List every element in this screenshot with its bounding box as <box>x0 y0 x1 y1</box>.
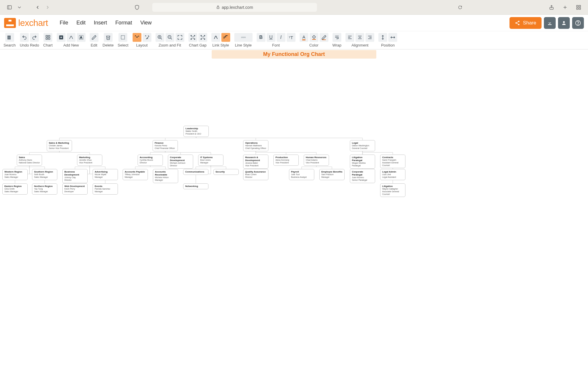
align-center-tool[interactable] <box>355 33 364 42</box>
org-node[interactable]: FinanceKendra PerezChief Financial Offic… <box>153 140 178 151</box>
align-left-tool[interactable] <box>345 33 354 42</box>
fit-tool[interactable] <box>176 33 184 42</box>
org-node[interactable]: Corporate ParalegalJuan MorenoSenior Par… <box>350 169 375 183</box>
org-node[interactable]: Accounts PayableTiffany JohnstonManager <box>123 169 148 180</box>
add-link-tool[interactable] <box>67 33 76 42</box>
org-node[interactable]: Sales & MarketingChristie JamesSenior Vi… <box>47 140 72 151</box>
document-title[interactable]: My Functional Org Chart <box>212 50 376 59</box>
menu-format[interactable]: Format <box>115 20 132 26</box>
undo-tool[interactable] <box>20 33 29 42</box>
org-node[interactable]: Human ResourcesChad AdamsVice President <box>304 155 329 166</box>
redo-tool[interactable] <box>30 33 39 42</box>
logo[interactable]: lexchart <box>4 18 48 28</box>
org-node[interactable]: Northern RegionYao TungSales Manager <box>32 183 57 195</box>
share-network-icon <box>515 20 520 26</box>
svg-rect-31 <box>121 36 125 39</box>
org-node[interactable]: ContractsSamir FrangiehAssistant General… <box>380 155 405 168</box>
org-node[interactable]: Accounts ReceivableMichele HintonManager <box>153 169 178 183</box>
alignment-label: Alignment <box>351 43 368 47</box>
org-node[interactable]: Legal AdminLisa LibelLegal Assistant <box>380 169 405 180</box>
menu-edit[interactable]: Edit <box>76 20 86 26</box>
position-label: Position <box>381 43 395 47</box>
add-node-tool[interactable] <box>57 33 66 42</box>
org-node[interactable]: MarketingJennifer ZhaoVice President <box>77 155 102 166</box>
org-node[interactable]: LegalDalton WashingtonGeneral Counsel <box>350 140 375 151</box>
add-text-tool[interactable]: A <box>77 33 86 42</box>
text-color-tool[interactable]: A <box>300 33 308 42</box>
wrap-tool[interactable] <box>333 33 341 42</box>
menu-file[interactable]: File <box>60 20 68 26</box>
new-tab-icon[interactable] <box>562 4 569 11</box>
svg-rect-6 <box>577 5 578 7</box>
menu-view[interactable]: View <box>140 20 152 26</box>
svg-line-45 <box>201 38 202 39</box>
refresh-icon[interactable] <box>458 5 462 9</box>
fill-color-tool[interactable] <box>310 33 318 42</box>
search-tool[interactable] <box>5 33 14 42</box>
svg-rect-7 <box>579 5 581 7</box>
org-node[interactable]: Quality AssuranceBoaz CohenDirector <box>243 169 268 180</box>
font-size-tool[interactable]: TT <box>287 33 295 42</box>
org-node[interactable]: Security <box>213 169 239 175</box>
org-node[interactable]: AccountingCynthia MooreDirector <box>138 155 163 166</box>
link-elbow-tool[interactable] <box>221 33 230 42</box>
account-button[interactable] <box>558 17 570 29</box>
tabs-icon[interactable] <box>575 4 582 11</box>
org-node[interactable]: OperationsHannah MatthewsChief Operating… <box>243 140 268 151</box>
share-icon[interactable] <box>548 4 555 11</box>
svg-point-16 <box>563 21 565 23</box>
chart-tool[interactable] <box>44 33 52 42</box>
org-node[interactable]: LitigationWayne GallagherAssociate Gener… <box>380 183 405 197</box>
org-node[interactable]: IT SystemsBrad JonesManager <box>198 155 223 166</box>
menu-insert[interactable]: Insert <box>94 20 107 26</box>
org-node[interactable]: Networking <box>183 183 208 189</box>
position-v-tool[interactable] <box>378 33 387 42</box>
share-button[interactable]: Share <box>510 17 542 29</box>
org-node[interactable]: Web DevelopmentKevin PerryDeveloper <box>62 183 88 195</box>
italic-tool[interactable]: I <box>277 33 285 42</box>
help-button[interactable] <box>572 17 584 29</box>
org-node[interactable]: Eastern RegionGina SmithSales Manager <box>2 183 28 195</box>
org-node[interactable]: SalesAnthony DavisNational Sales Directo… <box>17 155 42 166</box>
position-h-tool[interactable] <box>388 33 397 42</box>
org-node[interactable]: PayrollJulie ToolBusiness Analyst <box>289 169 314 180</box>
align-right-tool[interactable] <box>365 33 374 42</box>
bold-tool[interactable]: B <box>257 33 265 42</box>
chart-canvas[interactable]: LeadershipWalter SmithPresident & CEOSal… <box>0 59 588 353</box>
zoom-in-tool[interactable] <box>156 33 164 42</box>
manual-layout-tool[interactable] <box>143 33 151 42</box>
url-bar[interactable]: app.lexchart.com <box>152 3 317 12</box>
download-button[interactable] <box>544 17 556 29</box>
underline-tool[interactable]: U <box>267 33 275 42</box>
org-node[interactable]: Communications <box>183 169 208 175</box>
zoom-out-tool[interactable] <box>166 33 174 42</box>
org-node[interactable]: Employee BenefitsSam PaulsonManager <box>319 169 345 180</box>
svg-line-46 <box>203 38 205 39</box>
edit-tool[interactable] <box>90 33 98 42</box>
gap-expand-tool[interactable] <box>188 33 197 42</box>
border-color-tool[interactable] <box>320 33 328 42</box>
org-node[interactable]: Southern RegionSeth BoothSales Manager <box>32 169 57 180</box>
svg-line-39 <box>191 35 192 37</box>
org-node[interactable]: Litigation ParalegalMegan MedinaParalega… <box>350 155 375 169</box>
select-tool[interactable] <box>118 33 127 42</box>
dropdown-caret-icon[interactable] <box>16 4 23 11</box>
delete-tool[interactable] <box>104 33 113 42</box>
org-node[interactable]: EventsPamela SanchezManager <box>93 183 118 195</box>
line-style-tool[interactable] <box>234 33 253 42</box>
org-node[interactable]: Business DevelopmentJohnny ClayDirector <box>62 169 88 183</box>
org-node[interactable]: LeadershipWalter SmithPresident & CEO <box>183 126 209 137</box>
back-icon[interactable] <box>34 4 41 11</box>
org-node[interactable]: Research & DevelopmentJessica BakerVice … <box>243 155 268 169</box>
org-node[interactable]: Corporate DevelopmentMichael JohnsonDire… <box>168 155 193 169</box>
org-node[interactable]: AdvertisingNicole WyattManager <box>93 169 118 180</box>
gap-collapse-tool[interactable] <box>198 33 207 42</box>
link-curve-tool[interactable] <box>211 33 220 42</box>
sidebar-toggle-icon[interactable] <box>6 4 13 11</box>
org-node[interactable]: Western RegionJuan MorenoSales Manager <box>2 169 28 180</box>
auto-layout-tool[interactable] <box>133 33 141 42</box>
shield-icon[interactable] <box>133 4 141 11</box>
svg-line-44 <box>203 35 205 37</box>
browser-chrome: app.lexchart.com <box>0 0 588 15</box>
org-node[interactable]: ProductionAlexa KennedyVice President <box>273 155 299 166</box>
